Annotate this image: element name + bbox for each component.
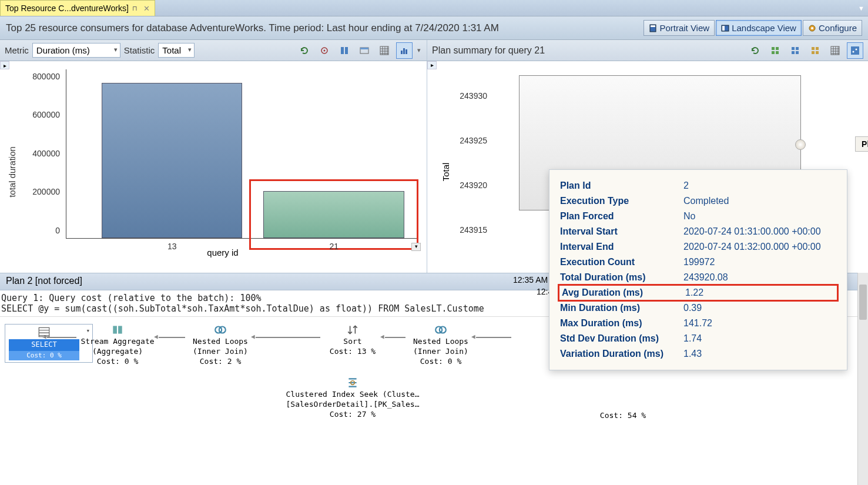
tooltip-key: Max Duration (ms) [560, 318, 683, 329]
tooltip-row: Execution Count199972 [560, 255, 836, 270]
svg-point-5 [811, 27, 813, 29]
target-icon[interactable] [316, 42, 333, 59]
query-text-icon[interactable] [336, 42, 353, 59]
x-tick: 21 [329, 242, 339, 251]
svg-rect-27 [816, 51, 819, 54]
gear-icon [808, 24, 816, 32]
bar-query-13[interactable] [102, 83, 243, 238]
plan-arrow [385, 337, 405, 338]
svg-rect-24 [812, 47, 815, 50]
expand-icon[interactable]: ▸ [427, 61, 437, 69]
svg-rect-13 [401, 51, 403, 54]
portrait-icon [649, 24, 657, 32]
statistic-select[interactable]: Total [158, 43, 195, 58]
tooltip-value: 2 [683, 180, 836, 191]
op-nested-loops-2[interactable]: Nested Loops(Inner Join)Cost: 0 % [405, 324, 476, 367]
scroll-right-icon[interactable]: ▾ [411, 243, 421, 251]
tooltip-value: 1.74 [683, 333, 836, 344]
svg-rect-25 [816, 47, 819, 50]
tooltip-value: 2020-07-24 01:32:00.000 +00:00 [683, 242, 836, 252]
tooltip-key: Std Dev Duration (ms) [560, 333, 683, 344]
svg-rect-9 [345, 47, 348, 54]
tooltip-value: 1.43 [683, 349, 836, 359]
svg-rect-26 [812, 51, 815, 54]
page-title-bar: Top 25 resource consumers for database A… [0, 16, 868, 40]
tooltip-key: Total Duration (ms) [560, 272, 683, 283]
tooltip-row: Interval Start2020-07-24 01:31:00.000 +0… [560, 224, 836, 239]
tooltip-key: Interval Start [560, 226, 683, 237]
op-nested-loops-1[interactable]: Nested Loops(Inner Join)Cost: 2 % [185, 324, 256, 367]
svg-rect-34 [118, 326, 122, 333]
document-tab-bar: Top Resource C...dventureWorks] ⊓ ✕ ▼ [0, 0, 868, 16]
chart-icon[interactable] [396, 42, 413, 59]
tooltip-value: No [683, 211, 836, 222]
plan-refresh-icon[interactable] [747, 42, 763, 59]
tooltip-key: Avg Duration (ms) [562, 287, 685, 298]
landscape-icon [721, 24, 729, 32]
op-stream-aggregate[interactable]: Stream Aggregate(Aggregate)Cost: 0 % [76, 324, 159, 367]
configure-label: Configure [819, 23, 857, 33]
refresh-icon[interactable] [296, 42, 313, 59]
op-cost-extra: Cost: 54 % [588, 411, 658, 421]
plan-grid-icon[interactable] [827, 42, 843, 59]
plan-arrow [47, 337, 76, 338]
tooltip-row: Execution TypeCompleted [560, 193, 836, 209]
svg-rect-20 [792, 47, 795, 50]
svg-rect-22 [792, 51, 795, 54]
plan-arrow [476, 337, 511, 338]
svg-rect-29 [851, 46, 859, 55]
force-plan-icon[interactable] [767, 42, 783, 59]
tooltip-value: 0.39 [683, 303, 836, 313]
document-tab[interactable]: Top Resource C...dventureWorks] ⊓ ✕ [0, 0, 155, 16]
tooltip-value: 2020-07-24 01:31:00.000 +00:00 [683, 226, 836, 237]
detail-grid-icon[interactable] [356, 42, 373, 59]
tooltip-value: 141.72 [683, 318, 836, 329]
tooltip-value: 1.22 [685, 287, 835, 298]
vertical-scrollbar[interactable] [857, 273, 868, 485]
x-axis-label: query id [207, 247, 238, 257]
y-axis-label: total duration [7, 146, 17, 198]
portrait-label: Portrait View [659, 23, 709, 33]
compare-plan-icon[interactable] [807, 42, 823, 59]
svg-point-7 [324, 49, 326, 51]
svg-rect-14 [403, 48, 405, 54]
query-duration-chart: ▸ total duration 0 200000 400000 600000 … [0, 61, 427, 273]
close-icon[interactable]: ✕ [143, 4, 150, 13]
plot-area[interactable]: 13 21 ▾ [66, 69, 418, 239]
tooltip-row: Avg Duration (ms)1.22 [558, 284, 839, 302]
portrait-view-button[interactable]: Portrait View [644, 20, 715, 36]
statistic-label: Statistic [124, 45, 155, 55]
metric-label: Metric [5, 45, 29, 55]
tooltip-key: Plan Id [560, 180, 683, 191]
tooltip-value: 243920.08 [683, 272, 836, 283]
svg-point-30 [853, 51, 854, 52]
plan-chart-icon[interactable] [847, 42, 863, 59]
plan-details-tooltip: Plan Id2Execution TypeCompletedPlan Forc… [549, 169, 847, 370]
svg-rect-23 [796, 51, 799, 54]
op-sort[interactable]: SortCost: 13 % [320, 324, 385, 357]
op-clustered-index-seek[interactable]: Clustered Index Seek (Cluste…[SalesOrder… [282, 377, 423, 420]
pin-icon[interactable]: ⊓ [132, 5, 138, 12]
plan-summary-title: Plan summary for query 21 [432, 45, 545, 56]
plan-data-point[interactable] [795, 139, 806, 150]
highlight-box [249, 179, 418, 250]
tabbar-menu-icon[interactable]: ▼ [854, 0, 868, 16]
tooltip-value: Completed [683, 196, 836, 206]
unforce-plan-icon[interactable] [787, 42, 803, 59]
tooltip-row: Plan Id2 [560, 178, 836, 193]
tab-title: Top Resource C...dventureWorks] [5, 4, 129, 13]
tooltip-row: Interval End2020-07-24 01:32:00.000 +00:… [560, 239, 836, 255]
y-ticks: 0 200000 400000 600000 800000 [24, 63, 63, 239]
tooltip-key: Plan Forced [560, 211, 683, 222]
metric-select[interactable]: Duration (ms) [32, 43, 120, 58]
landscape-view-button[interactable]: Landscape View [716, 20, 802, 36]
overflow-icon[interactable]: ▾ [416, 46, 422, 54]
svg-rect-15 [405, 49, 407, 54]
grid-icon[interactable] [376, 42, 393, 59]
configure-button[interactable]: Configure [803, 20, 862, 36]
x-tick: 13 [167, 242, 177, 251]
svg-rect-18 [772, 51, 775, 54]
tooltip-value: 199972 [683, 257, 836, 267]
svg-rect-16 [772, 47, 775, 50]
svg-rect-17 [776, 47, 779, 50]
